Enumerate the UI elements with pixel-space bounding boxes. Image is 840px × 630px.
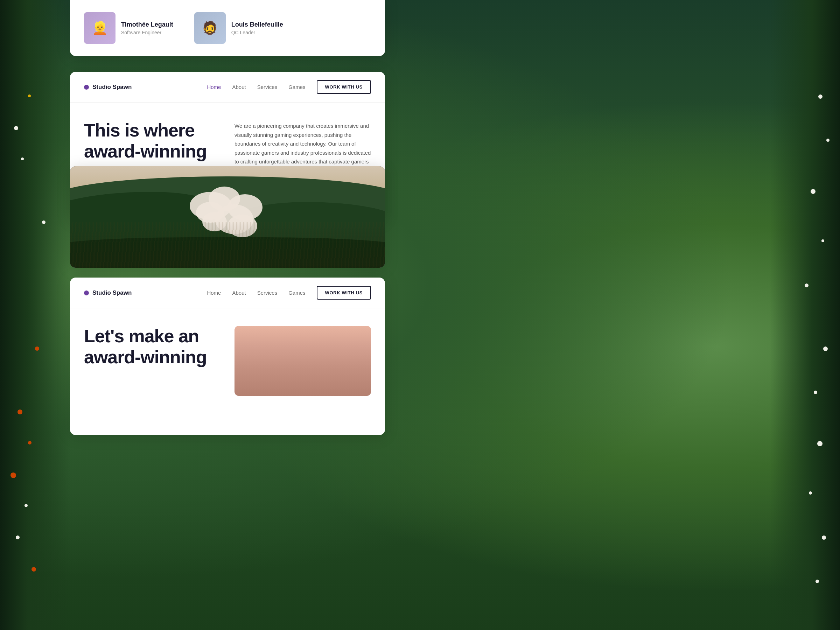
nav-link-games[interactable]: Games <box>288 84 305 90</box>
bottom-brand-name: Studio Spawn <box>92 289 132 297</box>
member-role-timothee: Software Engineer <box>121 30 173 35</box>
member-info-timothee: Timothée Legault Software Engineer <box>121 21 173 35</box>
bottom-nav-cta-button[interactable]: WORK WITH US <box>317 286 371 300</box>
nav-links: Home About Services Games WORK WITH US <box>207 80 371 94</box>
avatar-louis: 🧔 <box>194 12 226 44</box>
nav-brand[interactable]: Studio Spawn <box>84 84 132 91</box>
nav-cta-button[interactable]: WORK WITH US <box>317 80 371 94</box>
game-landscape <box>70 166 385 268</box>
bottom-navbar: Studio Spawn Home About Services Games W… <box>70 278 385 308</box>
avatar-image-louis: 🧔 <box>194 12 226 44</box>
bottom-nav-brand[interactable]: Studio Spawn <box>84 289 132 297</box>
nav-link-services[interactable]: Services <box>257 84 278 90</box>
bottom-portrait-image <box>235 326 371 396</box>
nav-link-home[interactable]: Home <box>207 84 221 90</box>
bottom-nav-link-games[interactable]: Games <box>288 290 305 296</box>
bottom-nav-link-about[interactable]: About <box>232 290 246 296</box>
bottom-hero-right <box>235 326 371 396</box>
team-member-timothee: 👱 Timothée Legault Software Engineer <box>84 12 173 44</box>
top-team-card: 👱 Timothée Legault Software Engineer 🧔 L… <box>70 0 385 56</box>
nav-link-about[interactable]: About <box>232 84 246 90</box>
member-name-louis: Louis Bellefeuille <box>231 21 283 28</box>
member-info-louis: Louis Bellefeuille QC Leader <box>231 21 283 35</box>
member-name-timothee: Timothée Legault <box>121 21 173 28</box>
landscape-bg <box>70 166 385 268</box>
bottom-hero-card: Studio Spawn Home About Services Games W… <box>70 278 385 435</box>
game-image-card <box>70 166 385 268</box>
bottom-hero-left: Let's make an award-winning <box>84 326 221 368</box>
bottom-nav-link-services[interactable]: Services <box>257 290 278 296</box>
team-member-louis: 🧔 Louis Bellefeuille QC Leader <box>194 12 283 44</box>
member-role-louis: QC Leader <box>231 30 283 35</box>
grass-overlay <box>70 222 385 268</box>
bottom-brand-dot <box>84 291 89 295</box>
bottom-nav-link-home[interactable]: Home <box>207 290 221 296</box>
brand-dot <box>84 85 89 90</box>
main-navbar: Studio Spawn Home About Services Games W… <box>70 72 385 103</box>
avatar-timothee: 👱 <box>84 12 115 44</box>
avatar-image-timothee: 👱 <box>84 12 115 44</box>
bottom-nav-links: Home About Services Games WORK WITH US <box>207 286 371 300</box>
brand-name: Studio Spawn <box>92 84 132 91</box>
bottom-hero-section: Let's make an award-winning <box>70 308 385 413</box>
bottom-hero-title: Let's make an award-winning <box>84 326 221 368</box>
portrait-background <box>235 326 371 396</box>
